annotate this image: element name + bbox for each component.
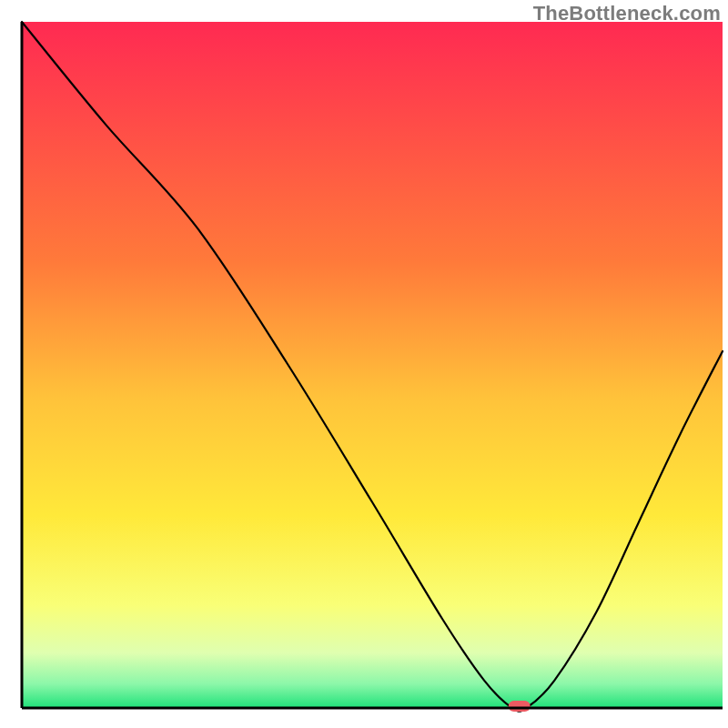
bottleneck-chart xyxy=(0,0,728,728)
optimal-marker xyxy=(509,701,531,712)
chart-container: { "watermark": "TheBottleneck.com", "cha… xyxy=(0,0,728,728)
gradient-background xyxy=(22,22,723,708)
